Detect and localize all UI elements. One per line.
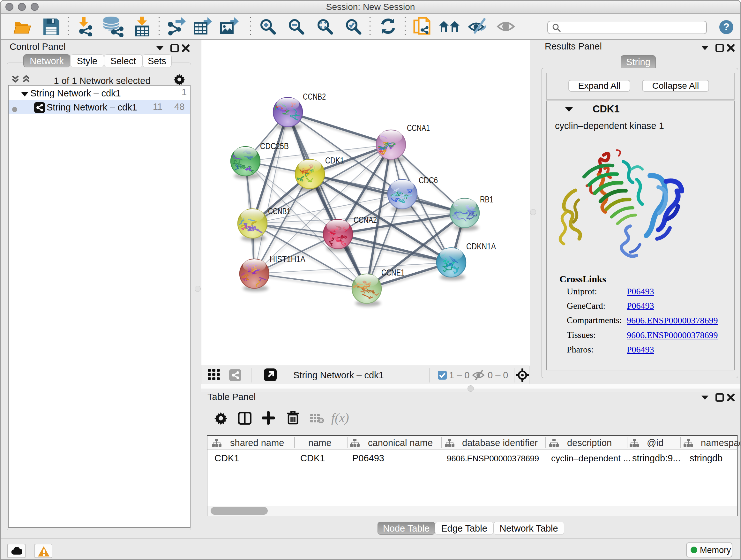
svg-text:CCNB2: CCNB2 bbox=[303, 92, 326, 102]
svg-text:CDK1: CDK1 bbox=[325, 156, 344, 165]
svg-text:CDKN1A: CDKN1A bbox=[466, 242, 496, 251]
svg-text:RB1: RB1 bbox=[480, 195, 493, 204]
svg-text:CCNA1: CCNA1 bbox=[407, 123, 430, 133]
svg-text:CCNA2: CCNA2 bbox=[354, 215, 377, 225]
svg-text:CCNB1: CCNB1 bbox=[268, 206, 290, 216]
svg-text:CCNE1: CCNE1 bbox=[381, 268, 405, 277]
svg-text:?: ? bbox=[723, 21, 730, 33]
svg-text:CDC6: CDC6 bbox=[419, 176, 438, 185]
svg-text:HIST1H1A: HIST1H1A bbox=[270, 254, 306, 264]
svg-text:CDC25B: CDC25B bbox=[260, 141, 289, 151]
